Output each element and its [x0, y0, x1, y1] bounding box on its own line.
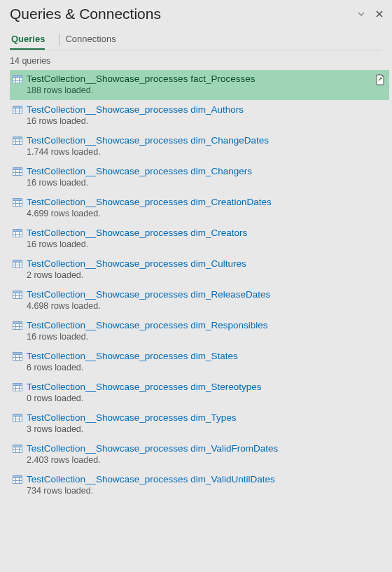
query-name: TestCollection__Showcase_processes dim_T…	[27, 412, 236, 423]
svg-rect-1	[13, 75, 22, 77]
svg-rect-61	[13, 445, 22, 447]
query-item-top: TestCollection__Showcase_processes dim_R…	[13, 289, 385, 300]
query-status: 1.744 rows loaded.	[13, 147, 385, 157]
query-item[interactable]: TestCollection__Showcase_processes dim_S…	[10, 347, 389, 377]
query-item-top: TestCollection__Showcase_processes dim_V…	[13, 474, 385, 484]
table-icon	[13, 475, 22, 484]
tab-separator	[59, 34, 59, 46]
query-name: TestCollection__Showcase_processes dim_C…	[27, 228, 247, 238]
query-item-top: TestCollection__Showcase_processes dim_C…	[13, 258, 385, 269]
query-status: 2 rows loaded.	[13, 270, 385, 280]
query-name: TestCollection__Showcase_processes dim_S…	[27, 382, 261, 392]
peek-icon[interactable]	[375, 74, 385, 85]
query-status: 188 rows loaded.	[13, 85, 385, 95]
query-item[interactable]: TestCollection__Showcase_processes dim_S…	[10, 378, 389, 408]
table-icon	[13, 321, 22, 330]
query-item-top: TestCollection__Showcase_processes dim_A…	[13, 104, 385, 115]
table-icon	[13, 106, 22, 114]
table-icon	[13, 229, 22, 237]
query-status: 16 rows loaded.	[13, 116, 385, 126]
query-name: TestCollection__Showcase_processes dim_C…	[27, 166, 252, 176]
query-item-top: TestCollection__Showcase_processes dim_C…	[13, 135, 385, 146]
query-name: TestCollection__Showcase_processes dim_S…	[27, 351, 238, 361]
tab-queries-label: Queries	[11, 34, 45, 44]
svg-rect-46	[13, 352, 22, 354]
query-name: TestCollection__Showcase_processes dim_C…	[27, 197, 272, 207]
query-name: TestCollection__Showcase_processes dim_R…	[27, 289, 270, 300]
query-item[interactable]: TestCollection__Showcase_processes dim_V…	[10, 470, 389, 501]
query-item-top: TestCollection__Showcase_processes dim_C…	[13, 166, 385, 176]
panel-title: Queries & Connections	[10, 6, 161, 22]
panel-header: Queries & Connections	[0, 0, 392, 25]
query-status: 6 rows loaded.	[13, 363, 385, 372]
query-status: 16 rows loaded.	[13, 178, 385, 188]
query-item-top: TestCollection__Showcase_processes dim_R…	[13, 320, 385, 330]
table-icon	[13, 291, 22, 299]
svg-rect-31	[13, 260, 22, 262]
query-item-top: TestCollection__Showcase_processes dim_C…	[13, 197, 385, 207]
queries-connections-panel: Queries & Connections Queries Connection…	[0, 0, 392, 572]
query-status: 2.403 rows loaded.	[13, 455, 385, 465]
query-name: TestCollection__Showcase_processes dim_R…	[27, 320, 267, 330]
query-name: TestCollection__Showcase_processes dim_V…	[27, 443, 278, 454]
table-icon	[13, 445, 22, 453]
svg-rect-36	[13, 291, 22, 293]
query-item[interactable]: TestCollection__Showcase_processes dim_C…	[10, 224, 389, 254]
query-item[interactable]: TestCollection__Showcase_processes dim_C…	[10, 193, 389, 223]
query-item[interactable]: TestCollection__Showcase_processes dim_C…	[10, 132, 389, 162]
query-list[interactable]: TestCollection__Showcase_processes fact_…	[0, 70, 392, 572]
query-item[interactable]: TestCollection__Showcase_processes fact_…	[10, 70, 389, 100]
svg-rect-21	[13, 198, 22, 200]
query-count-summary: 14 queries	[0, 50, 392, 70]
query-item[interactable]: TestCollection__Showcase_processes dim_R…	[10, 316, 389, 347]
svg-rect-11	[13, 137, 22, 139]
tab-connections-label: Connections	[65, 34, 115, 44]
query-status: 4.698 rows loaded.	[13, 301, 385, 311]
query-item-top: TestCollection__Showcase_processes fact_…	[13, 74, 385, 84]
svg-rect-56	[13, 414, 22, 416]
svg-rect-26	[13, 229, 22, 231]
query-name: TestCollection__Showcase_processes dim_C…	[27, 258, 246, 269]
svg-rect-41	[13, 321, 22, 323]
query-name: TestCollection__Showcase_processes dim_A…	[27, 104, 244, 115]
table-icon	[13, 75, 22, 83]
query-status: 16 rows loaded.	[13, 332, 385, 342]
table-icon	[13, 260, 22, 268]
query-status: 3 rows loaded.	[13, 424, 385, 434]
query-item[interactable]: TestCollection__Showcase_processes dim_R…	[10, 286, 389, 316]
query-item[interactable]: TestCollection__Showcase_processes dim_A…	[10, 101, 389, 131]
dropdown-icon[interactable]	[357, 10, 365, 18]
table-icon	[13, 414, 22, 422]
query-item-top: TestCollection__Showcase_processes dim_T…	[13, 412, 385, 423]
svg-rect-16	[13, 167, 22, 169]
query-status: 734 rows loaded.	[13, 486, 385, 496]
query-name: TestCollection__Showcase_processes fact_…	[27, 74, 255, 84]
table-icon	[13, 383, 22, 391]
svg-rect-66	[13, 475, 22, 477]
query-status: 0 rows loaded.	[13, 393, 385, 403]
table-icon	[13, 137, 22, 145]
svg-rect-6	[13, 106, 22, 108]
query-item-top: TestCollection__Showcase_processes dim_S…	[13, 382, 385, 392]
query-status: 16 rows loaded.	[13, 239, 385, 249]
query-item-top: TestCollection__Showcase_processes dim_V…	[13, 443, 385, 454]
query-item[interactable]: TestCollection__Showcase_processes dim_V…	[10, 440, 389, 470]
table-icon	[13, 167, 22, 176]
tab-queries[interactable]: Queries	[10, 29, 52, 50]
query-item-top: TestCollection__Showcase_processes dim_C…	[13, 228, 385, 238]
query-item[interactable]: TestCollection__Showcase_processes dim_C…	[10, 255, 389, 285]
query-item-top: TestCollection__Showcase_processes dim_S…	[13, 351, 385, 361]
query-status: 4.699 rows loaded.	[13, 209, 385, 218]
tab-connections[interactable]: Connections	[64, 29, 122, 50]
panel-controls	[357, 10, 384, 18]
tabs: Queries Connections	[0, 25, 392, 50]
query-item[interactable]: TestCollection__Showcase_processes dim_C…	[10, 162, 389, 193]
close-icon[interactable]	[375, 10, 384, 18]
query-item[interactable]: TestCollection__Showcase_processes dim_T…	[10, 409, 389, 439]
query-name: TestCollection__Showcase_processes dim_V…	[27, 474, 275, 484]
query-name: TestCollection__Showcase_processes dim_C…	[27, 135, 269, 146]
table-icon	[13, 352, 22, 361]
table-icon	[13, 198, 22, 207]
svg-rect-51	[13, 383, 22, 385]
